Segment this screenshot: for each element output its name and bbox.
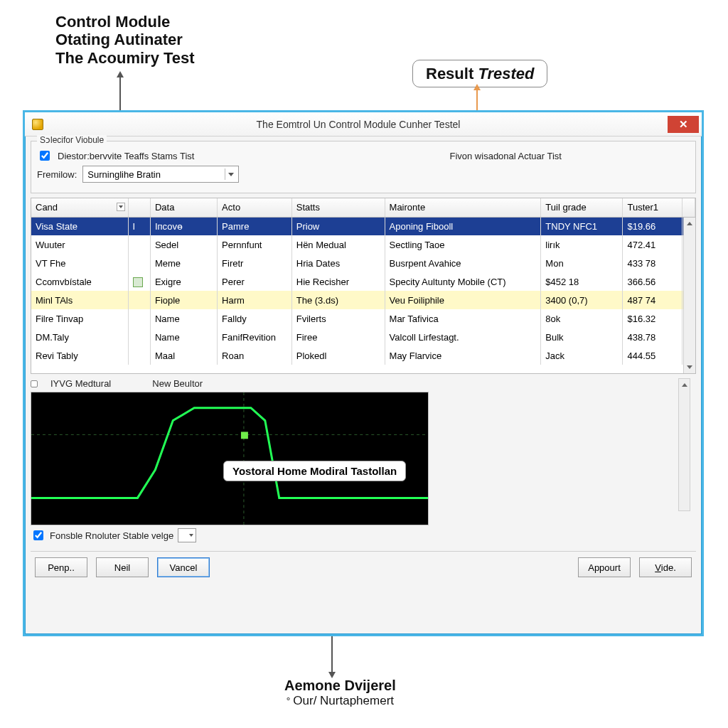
scroll-up-icon[interactable] <box>679 379 690 391</box>
table-cell: Mar Tafivica <box>385 309 541 328</box>
table-row[interactable]: DM.TalyNameFanifRevitionFireeValcoll Lir… <box>31 328 695 346</box>
table-cell: Filre Tinvap <box>31 309 128 328</box>
table-cell <box>128 254 150 272</box>
table-row[interactable]: CcomvbístaleExigrePererHie RecisherSpeci… <box>31 272 695 291</box>
vancel-button[interactable]: Vancel <box>157 557 210 577</box>
table-cell <box>128 328 150 346</box>
callout-bottom: Aemone Dvijerel Our/ Nurtaphemert <box>284 678 396 708</box>
table-cell: Fiople <box>150 291 217 309</box>
table-row[interactable]: Filre TinvapNameFalldyFvilertsMar Tafivi… <box>31 309 695 328</box>
table-scrollbar[interactable] <box>683 218 695 373</box>
row-icon <box>133 277 143 287</box>
table-cell: Sectling Taoe <box>385 235 541 254</box>
col-maironte[interactable]: Maironte <box>385 198 541 217</box>
table-cell: Mon <box>541 254 623 272</box>
graph-overlay-label: Yostoral Home Modiral Tastollan <box>223 461 406 481</box>
crosshair-marker <box>241 432 248 439</box>
callout-control-module: Control Module Otating Autinater The Aco… <box>55 13 195 67</box>
table-header-row: Cand Data Acto Statts Maironte Tuil grad… <box>31 198 695 217</box>
table-cell: Name <box>150 328 217 346</box>
table-cell: Plokedl <box>291 346 385 365</box>
table-cell: Meme <box>150 254 217 272</box>
col-data[interactable]: Data <box>150 198 217 217</box>
results-table: Cand Data Acto Statts Maironte Tuil grad… <box>31 198 696 374</box>
graph-panel: IYVG Medtural New Beultor Yostoral Home … <box>31 378 696 542</box>
table-cell: lirık <box>541 235 623 254</box>
graph-tab2: New Beultor <box>152 378 203 389</box>
fremilow-value: Surninglihe Bratin <box>87 169 161 180</box>
small-combo[interactable] <box>178 528 196 542</box>
table-cell: May Flarvice <box>385 346 541 365</box>
table-cell: Maal <box>150 346 217 365</box>
titlebar[interactable]: The Eomtrol Un Control Module Cunher Tes… <box>25 112 702 136</box>
table-cell: Harm <box>218 291 292 309</box>
table-cell: 8ok <box>541 309 623 328</box>
graph-tab1: IYVG Medtural <box>50 378 111 389</box>
table-cell: Falldy <box>218 309 292 328</box>
col-tuilgrade[interactable]: Tuil grade <box>541 198 623 217</box>
scroll-down-icon[interactable] <box>684 361 695 373</box>
col-cand[interactable]: Cand <box>31 198 128 217</box>
graph-tab-dot[interactable] <box>31 380 38 387</box>
table-cell: Wuuter <box>31 235 128 254</box>
table-cell: Jack <box>541 346 623 365</box>
table-cell: 433 78 <box>623 254 682 272</box>
scroll-up-icon[interactable] <box>684 218 695 230</box>
diestor-checkbox[interactable] <box>40 151 50 161</box>
graph-canvas[interactable]: Yostoral Home Modiral Tastollan <box>31 392 429 525</box>
fonsble-checkbox[interactable] <box>33 530 43 540</box>
chevron-down-icon[interactable] <box>117 203 125 211</box>
table-cell <box>128 309 150 328</box>
table-cell: Iпсоvө <box>150 217 217 235</box>
panel-scrollbar[interactable] <box>678 378 690 511</box>
table-cell: Pernnfunt <box>218 235 292 254</box>
table-cell: The (3.ds) <box>291 291 385 309</box>
table-cell: Specity Aultunty Mobile (CT) <box>385 272 541 291</box>
table-cell <box>128 235 150 254</box>
table-cell: Roan <box>218 346 292 365</box>
appourt-button[interactable]: Appourt <box>578 557 631 577</box>
table-row[interactable]: Revi TablyMaalRoanPlokedlMay FlarviceJac… <box>31 346 695 365</box>
table-cell: Valcoll Lirfestagt. <box>385 328 541 346</box>
table-cell: DM.Taly <box>31 328 128 346</box>
table-cell: Fvilerts <box>291 309 385 328</box>
table-cell: Revi Tably <box>31 346 128 365</box>
col-tuster[interactable]: Tuster1 <box>623 198 682 217</box>
table-row[interactable]: VT FheMemeFiretrHria DatesBusrpent Avahi… <box>31 254 695 272</box>
table-cell: 472.41 <box>623 235 682 254</box>
table-row[interactable]: WuuterSedelPernnfuntHën MedualSectling T… <box>31 235 695 254</box>
right-caption: Fivon wisadonal Actuar Tist <box>449 151 562 161</box>
chevron-down-icon <box>225 168 236 180</box>
table-cell: Busrpent Avahice <box>385 254 541 272</box>
table-cell: Visa State <box>31 217 128 235</box>
table-cell: Aponing Fibooll <box>385 217 541 235</box>
table-cell <box>128 272 150 291</box>
selector-legend: Sɔlecifor Viobule <box>37 135 107 145</box>
table-cell: Pamre <box>218 217 292 235</box>
col-blank[interactable] <box>128 198 150 217</box>
table-cell <box>128 291 150 309</box>
vide-button[interactable]: Vide. <box>639 557 692 577</box>
window-title: The Eomtrol Un Control Module Cunher Tes… <box>49 119 668 130</box>
col-statts[interactable]: Statts <box>291 198 385 217</box>
fonsble-label: Fonsble Rnoluter Stable velge <box>50 530 173 541</box>
table-cell: Hria Dates <box>291 254 385 272</box>
selector-group: Sɔlecifor Viobule Diestor:bervvite Teaff… <box>31 141 696 193</box>
neil-button[interactable]: Neil <box>96 557 149 577</box>
table-row[interactable]: Minl TAlsFiopleHarmThe (3.ds)Veu Foiliph… <box>31 291 695 309</box>
button-bar: Penp.. Neil Vancel Appourt Vide. <box>31 551 696 583</box>
table-row[interactable]: Visa StateIIпсоvөPamrePriowAponing Fiboo… <box>31 217 695 235</box>
table-cell: $19.66 <box>623 217 682 235</box>
penp-button[interactable]: Penp.. <box>35 557 87 577</box>
table-cell: 487 74 <box>623 291 682 309</box>
table-cell: $452 18 <box>541 272 623 291</box>
app-icon <box>32 119 43 130</box>
table-cell: 3400 (0,7) <box>541 291 623 309</box>
col-acto[interactable]: Acto <box>218 198 292 217</box>
table-cell: Veu Foiliphile <box>385 291 541 309</box>
table-cell: 366.56 <box>623 272 682 291</box>
table-cell: Sedel <box>150 235 217 254</box>
close-button[interactable]: ✕ <box>668 116 699 133</box>
fremilow-combo[interactable]: Surninglihe Bratin <box>82 166 239 183</box>
table-cell: Priow <box>291 217 385 235</box>
